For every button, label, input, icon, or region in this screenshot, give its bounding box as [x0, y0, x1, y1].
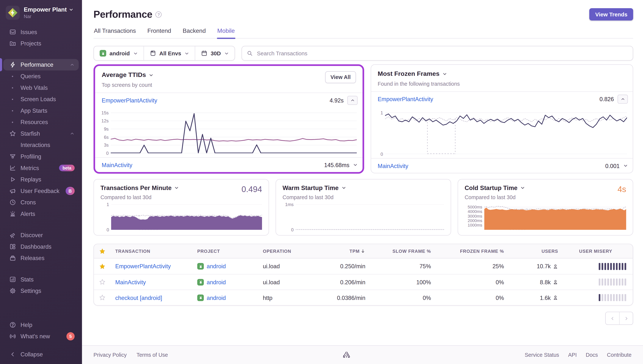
- sidebar-item-replays[interactable]: Replays: [3, 174, 79, 185]
- filter-segmented-control: android All Envs 30D: [93, 46, 235, 60]
- org-switcher[interactable]: Empower Plant Nar: [0, 0, 82, 20]
- sidebar-item-projects[interactable]: Projects: [3, 38, 79, 49]
- sidebar-item-starfish[interactable]: Starfish: [3, 128, 79, 139]
- sidebar-item-label: Projects: [21, 40, 41, 47]
- sidebar-item-profiling[interactable]: Profiling: [3, 151, 79, 162]
- avg-ttids-title[interactable]: Average TTIDs: [102, 71, 146, 79]
- expand-row-button[interactable]: [353, 163, 358, 167]
- sidebar-item-whats-new[interactable]: What's new5: [3, 331, 79, 342]
- average-ttids-panel-highlight: Average TTIDs Top screens by count View …: [93, 64, 364, 174]
- frozen-frames-title[interactable]: Most Frozen Frames: [378, 70, 439, 78]
- tab-backend[interactable]: Backend: [182, 28, 206, 38]
- date-range-filter[interactable]: 30D: [195, 46, 234, 60]
- project-link[interactable]: android: [207, 279, 226, 285]
- sidebar-item-stats[interactable]: Stats: [3, 274, 79, 285]
- sidebar-item-screen-loads[interactable]: Screen Loads: [3, 93, 79, 105]
- sidebar-item-label: Screen Loads: [21, 96, 56, 102]
- column-header-transaction[interactable]: TRANSACTION: [110, 249, 192, 254]
- tab-mobile[interactable]: Mobile: [217, 28, 235, 38]
- star-outline-icon[interactable]: [94, 294, 110, 301]
- project-link[interactable]: android: [207, 263, 226, 270]
- sidebar-item-label: App Starts: [21, 107, 47, 114]
- sidebar-item-app-starts[interactable]: App Starts: [3, 105, 79, 116]
- sidebar-item-interactions[interactable]: Interactions: [3, 139, 79, 151]
- transaction-link[interactable]: MainActivity: [102, 162, 132, 168]
- project-link[interactable]: android: [207, 294, 226, 301]
- chevron-up-icon: [70, 62, 75, 67]
- sidebar-item-collapse[interactable]: Collapse: [3, 348, 79, 360]
- footer-link-terms-of-use[interactable]: Terms of Use: [137, 352, 168, 358]
- expand-row-button[interactable]: [623, 163, 628, 168]
- project-filter[interactable]: android: [94, 46, 143, 60]
- footer-link-api[interactable]: API: [568, 352, 577, 358]
- next-page-button[interactable]: [619, 312, 633, 324]
- warm-startup-chart: 1ms0: [282, 200, 444, 230]
- sidebar-item-resources[interactable]: Resources: [3, 116, 79, 128]
- star-icon: [10, 130, 16, 137]
- sidebar-item-issues[interactable]: Issues: [3, 26, 79, 38]
- sidebar-item-label: Queries: [21, 73, 41, 79]
- transaction-link[interactable]: MainActivity: [115, 279, 146, 285]
- sidebar-item-metrics[interactable]: Metricsbeta: [3, 162, 79, 174]
- sidebar-item-queries[interactable]: Queries: [3, 70, 79, 82]
- page-help-icon[interactable]: ?: [156, 11, 162, 17]
- column-header-slow-frame[interactable]: SLOW FRAME %: [373, 249, 438, 254]
- star-column-header[interactable]: [94, 248, 110, 254]
- view-trends-button[interactable]: View Trends: [589, 8, 633, 20]
- transaction-link[interactable]: checkout [android]: [115, 294, 162, 301]
- y-axis-tick: 5000ms: [468, 205, 482, 209]
- sidebar-item-settings[interactable]: Settings: [3, 285, 79, 296]
- star-filled-icon[interactable]: [94, 263, 110, 269]
- sidebar-item-web-vitals[interactable]: Web Vitals: [3, 82, 79, 94]
- collapse-row-button[interactable]: [618, 94, 628, 104]
- sidebar-bottom-nav: HelpWhat's new5Collapse: [0, 319, 82, 364]
- transaction-link[interactable]: EmpowerPlantActivity: [378, 96, 433, 102]
- footer-right-links: Service StatusAPIDocsContribute: [525, 352, 632, 358]
- slow-frame-cell: 0%: [373, 294, 438, 301]
- column-header-tpm[interactable]: TPM: [328, 249, 373, 254]
- previous-page-button[interactable]: [606, 312, 619, 324]
- chevron-down-icon: [442, 72, 447, 76]
- transaction-link[interactable]: MainActivity: [378, 162, 408, 169]
- y-axis-tick: 3s: [104, 143, 109, 148]
- sidebar-item-crons[interactable]: Crons: [3, 197, 79, 208]
- column-header-users[interactable]: USERS: [511, 249, 565, 254]
- search-input[interactable]: [256, 50, 628, 57]
- sidebar-item-dashboards[interactable]: Dashboards: [3, 241, 79, 252]
- sidebar-item-user-feedback[interactable]: User FeedbackB: [3, 185, 79, 197]
- environment-filter[interactable]: All Envs: [143, 46, 195, 60]
- column-header-project[interactable]: PROJECT: [192, 249, 258, 254]
- tab-all-transactions[interactable]: All Transactions: [93, 28, 136, 38]
- tab-frontend[interactable]: Frontend: [147, 28, 172, 38]
- chart-plot: [295, 204, 444, 230]
- chevron-down-icon: [342, 186, 346, 190]
- sidebar-item-alerts[interactable]: Alerts: [3, 208, 79, 220]
- transactions-table: TRANSACTIONPROJECTOPERATIONTPMSLOW FRAME…: [93, 244, 633, 306]
- sidebar-item-releases[interactable]: Releases: [3, 252, 79, 264]
- project-filter-value: android: [110, 50, 130, 56]
- cold-startup-title[interactable]: Cold Startup Time: [465, 184, 517, 191]
- sidebar-item-help[interactable]: Help: [3, 319, 79, 331]
- transaction-link[interactable]: EmpowerPlantActivity: [102, 97, 157, 104]
- bullet-icon: [12, 76, 13, 77]
- star-outline-icon[interactable]: [94, 279, 110, 285]
- tpm-title[interactable]: Transactions Per Minute: [101, 184, 172, 191]
- footer-link-privacy-policy[interactable]: Privacy Policy: [93, 352, 127, 358]
- view-all-button[interactable]: View All: [325, 71, 356, 83]
- transaction-link[interactable]: EmpowerPlantActivity: [115, 263, 171, 270]
- gear-icon: [10, 288, 16, 294]
- cold-startup-subtitle: Compared to last 30d: [465, 194, 626, 200]
- footer-link-docs[interactable]: Docs: [586, 352, 598, 358]
- footer-link-contribute[interactable]: Contribute: [607, 352, 632, 358]
- sidebar-item-performance[interactable]: Performance: [3, 59, 79, 70]
- y-axis-tick: 3000ms: [468, 214, 482, 218]
- column-header-operation[interactable]: OPERATION: [258, 249, 328, 254]
- column-header-user-misery[interactable]: USER MISERY: [565, 249, 633, 254]
- warm-startup-title[interactable]: Warm Startup Time: [282, 184, 339, 191]
- footer-link-service-status[interactable]: Service Status: [525, 352, 559, 358]
- org-name: Empower Plant: [24, 6, 67, 13]
- collapse-row-button[interactable]: [348, 96, 358, 104]
- sidebar-item-discover[interactable]: Discover: [3, 229, 79, 241]
- tpm-cell: 0.0386/min: [328, 294, 373, 301]
- column-header-frozen-frame[interactable]: FROZEN FRAME %: [438, 249, 511, 254]
